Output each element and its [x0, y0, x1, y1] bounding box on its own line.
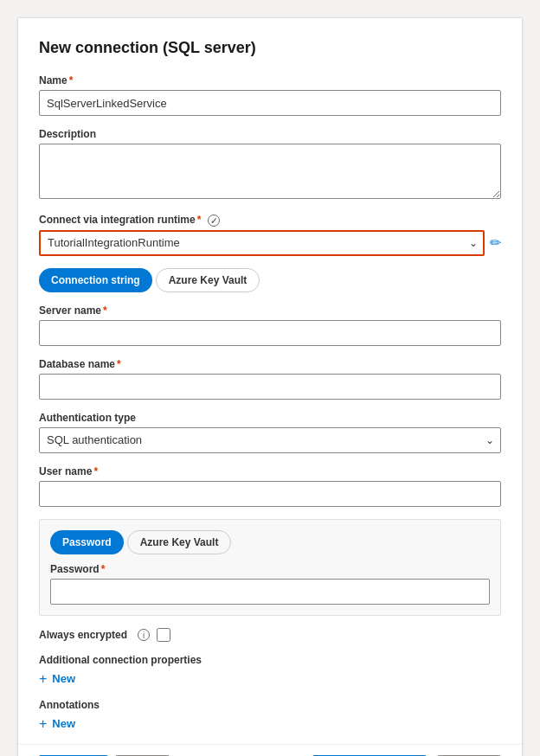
password-field-group: Password*: [50, 563, 490, 605]
auth-type-field-group: Authentication type SQL authentication W…: [39, 412, 501, 453]
tab-password[interactable]: Password: [50, 530, 124, 554]
name-label: Name*: [39, 74, 501, 86]
add-annotation-label: New: [52, 717, 75, 730]
always-encrypted-row: Always encrypted i: [39, 628, 501, 642]
add-property-label: New: [52, 672, 75, 685]
tab-azure-key-vault[interactable]: Azure Key Vault: [156, 268, 260, 292]
tab-password-azure-key-vault[interactable]: Azure Key Vault: [127, 530, 232, 554]
runtime-required: *: [197, 214, 202, 226]
connection-type-tabs: Connection string Azure Key Vault: [39, 268, 501, 292]
annotations-group: Annotations + New: [39, 699, 501, 732]
additional-properties-heading: Additional connection properties: [39, 654, 501, 666]
runtime-info-icon[interactable]: ✓: [208, 215, 220, 227]
password-input[interactable]: [50, 579, 490, 605]
auth-type-dropdown-wrapper: SQL authentication Windows authenticatio…: [39, 427, 501, 453]
server-name-label: Server name*: [39, 304, 501, 317]
runtime-edit-icon[interactable]: ✏: [490, 234, 501, 251]
add-annotation-button[interactable]: + New: [39, 716, 501, 732]
tab-connection-string[interactable]: Connection string: [39, 268, 152, 292]
name-input[interactable]: [39, 90, 501, 116]
database-name-field-group: Database name*: [39, 358, 501, 400]
runtime-dropdown[interactable]: TutorialIntegrationRuntime: [39, 230, 485, 256]
add-property-plus-icon: +: [39, 671, 47, 687]
username-field-group: User name*: [39, 465, 501, 507]
server-name-field-group: Server name*: [39, 304, 501, 346]
username-required: *: [93, 465, 98, 477]
database-name-required: *: [117, 358, 121, 370]
add-property-button[interactable]: + New: [39, 671, 501, 687]
password-tabs: Password Azure Key Vault: [50, 530, 490, 554]
panel-title: New connection (SQL server): [39, 39, 501, 57]
auth-type-label: Authentication type: [39, 412, 501, 424]
auth-type-dropdown[interactable]: SQL authentication Windows authenticatio…: [39, 427, 501, 453]
description-input[interactable]: [39, 144, 501, 199]
description-field-group: Description: [39, 128, 501, 202]
additional-properties-group: Additional connection properties + New: [39, 654, 501, 687]
always-encrypted-info-icon[interactable]: i: [138, 629, 150, 641]
password-required: *: [101, 563, 106, 575]
always-encrypted-label: Always encrypted: [39, 629, 127, 641]
runtime-field-group: Connect via integration runtime* ✓ Tutor…: [39, 214, 501, 256]
add-annotation-plus-icon: +: [39, 716, 47, 732]
username-input[interactable]: [39, 481, 501, 507]
always-encrypted-checkbox[interactable]: [157, 628, 170, 642]
database-name-input[interactable]: [39, 374, 501, 400]
name-field-group: Name*: [39, 74, 501, 116]
runtime-dropdown-wrapper: TutorialIntegrationRuntime ⌄: [39, 230, 485, 256]
new-connection-panel: New connection (SQL server) Name* Descri…: [17, 17, 523, 756]
password-label: Password*: [50, 563, 490, 575]
password-section: Password Azure Key Vault Password*: [39, 519, 501, 616]
description-label: Description: [39, 128, 501, 140]
server-name-required: *: [103, 304, 107, 317]
name-required: *: [69, 74, 74, 86]
database-name-label: Database name*: [39, 358, 501, 370]
server-name-input[interactable]: [39, 320, 501, 346]
runtime-row: TutorialIntegrationRuntime ⌄ ✏: [39, 230, 501, 256]
username-label: User name*: [39, 465, 501, 477]
annotations-heading: Annotations: [39, 699, 501, 711]
footer: Create Back ✓ Connection successful ⚡ Te…: [18, 744, 522, 756]
runtime-label: Connect via integration runtime* ✓: [39, 214, 501, 227]
